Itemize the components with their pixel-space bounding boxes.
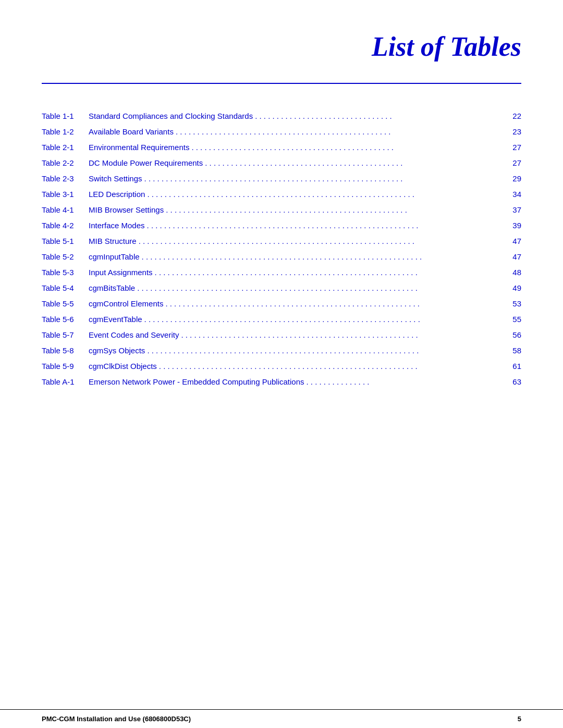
page-container: List of Tables Table 1-1Standard Complia…	[0, 0, 563, 728]
toc-entry-page: 55	[506, 313, 521, 326]
toc-entry-number: Table 5-9	[42, 360, 89, 373]
toc-entry: Table 5-2cgmInputTable . . . . . . . . .…	[42, 251, 521, 263]
toc-container: Table 1-1Standard Compliances and Clocki…	[0, 105, 563, 412]
toc-entry-dots: . . . . . . . . . . . . . . . . . . . . …	[142, 251, 504, 263]
toc-entry-dots: . . . . . . . . . . . . . . . . . . . . …	[147, 344, 504, 357]
toc-entry-number: Table 5-8	[42, 344, 89, 357]
toc-entry-number: Table 5-4	[42, 282, 89, 294]
toc-entry-dots: . . . . . . . . . . . . . . . . . . . . …	[255, 110, 504, 122]
toc-entry-title: Environmental Requirements	[89, 141, 189, 154]
toc-entry-title: cgmEventTable	[89, 313, 142, 326]
toc-entry-title: LED Description	[89, 188, 145, 201]
toc-entry: Table 5-5cgmControl Elements . . . . . .…	[42, 298, 521, 310]
toc-entry-number: Table 5-1	[42, 235, 89, 248]
toc-entry-title: Event Codes and Severity	[89, 329, 179, 341]
toc-entry-title: cgmBitsTable	[89, 282, 135, 294]
toc-entry-dots: . . . . . . . . . . . . . . . . . . . . …	[205, 157, 504, 169]
toc-entry-page: 34	[506, 188, 521, 201]
toc-entry: Table 2-2DC Module Power Requirements . …	[42, 157, 521, 169]
toc-entry-title: MIB Browser Settings	[89, 204, 164, 216]
toc-entry-title: Emerson Network Power - Embedded Computi…	[89, 376, 304, 388]
toc-entry-page: 53	[506, 298, 521, 310]
toc-entry-page: 27	[506, 157, 521, 169]
toc-entry-title: MIB Structure	[89, 235, 137, 248]
toc-entry-page: 29	[506, 172, 521, 185]
toc-entry: Table 5-6cgmEventTable . . . . . . . . .…	[42, 313, 521, 326]
toc-entry-title: Standard Compliances and Clocking Standa…	[89, 110, 253, 122]
toc-entry-title: Switch Settings	[89, 172, 142, 185]
footer-page-number: 5	[518, 715, 521, 723]
toc-entry-page: 39	[506, 219, 521, 232]
toc-entry-number: Table 4-1	[42, 204, 89, 216]
toc-entry-number: Table 1-2	[42, 126, 89, 138]
toc-entry: Table 2-3Switch Settings . . . . . . . .…	[42, 172, 521, 185]
page-title: List of Tables	[42, 31, 521, 62]
toc-entry-number: Table 5-5	[42, 298, 89, 310]
toc-entry-title: Input Assignments	[89, 266, 153, 279]
toc-entry: Table 4-2Interface Modes . . . . . . . .…	[42, 219, 521, 232]
title-divider	[42, 83, 521, 84]
toc-entry-number: Table 1-1	[42, 110, 89, 122]
toc-entry-number: Table 2-1	[42, 141, 89, 154]
toc-entry-dots: . . . . . . . . . . . . . . . . . . . . …	[165, 298, 504, 310]
toc-entry-title: Available Board Variants	[89, 126, 174, 138]
toc-entry-dots: . . . . . . . . . . . . . . .	[307, 376, 504, 388]
toc-entry-page: 49	[506, 282, 521, 294]
toc-entry-page: 47	[506, 251, 521, 263]
toc-entry-page: 23	[506, 126, 521, 138]
toc-entry-number: Table 5-7	[42, 329, 89, 341]
toc-entry: Table 5-1MIB Structure . . . . . . . . .…	[42, 235, 521, 248]
toc-entry-page: 47	[506, 235, 521, 248]
toc-entry-number: Table 5-6	[42, 313, 89, 326]
toc-entry-title: cgmControl Elements	[89, 298, 163, 310]
toc-entry-page: 22	[506, 110, 521, 122]
toc-entry-page: 27	[506, 141, 521, 154]
toc-entry-title: Interface Modes	[89, 219, 145, 232]
toc-entry-dots: . . . . . . . . . . . . . . . . . . . . …	[166, 204, 504, 216]
toc-entry-dots: . . . . . . . . . . . . . . . . . . . . …	[139, 235, 504, 248]
toc-entry-dots: . . . . . . . . . . . . . . . . . . . . …	[137, 282, 504, 294]
toc-entry-title: DC Module Power Requirements	[89, 157, 203, 169]
toc-entry: Table 5-4cgmBitsTable . . . . . . . . . …	[42, 282, 521, 294]
toc-entry-number: Table 5-2	[42, 251, 89, 263]
toc-entry-page: 56	[506, 329, 521, 341]
toc-entry: Table 5-8cgmSys Objects . . . . . . . . …	[42, 344, 521, 357]
toc-entry: Table 1-2Available Board Variants . . . …	[42, 126, 521, 138]
toc-entry-page: 48	[506, 266, 521, 279]
toc-entry-dots: . . . . . . . . . . . . . . . . . . . . …	[159, 360, 504, 373]
toc-entry-dots: . . . . . . . . . . . . . . . . . . . . …	[176, 126, 504, 138]
toc-entry: Table 5-7Event Codes and Severity . . . …	[42, 329, 521, 341]
toc-entry-number: Table 2-3	[42, 172, 89, 185]
toc-entry-number: Table A-1	[42, 376, 89, 388]
toc-entry-number: Table 3-1	[42, 188, 89, 201]
toc-entry-page: 58	[506, 344, 521, 357]
toc-entry-number: Table 2-2	[42, 157, 89, 169]
toc-entry: Table 5-3Input Assignments . . . . . . .…	[42, 266, 521, 279]
footer-left-text: PMC-CGM Installation and Use (6806800D53…	[42, 715, 191, 723]
toc-entry-dots: . . . . . . . . . . . . . . . . . . . . …	[191, 141, 504, 154]
toc-entry-dots: . . . . . . . . . . . . . . . . . . . . …	[147, 219, 504, 232]
toc-entry-page: 63	[506, 376, 521, 388]
toc-entry-number: Table 5-3	[42, 266, 89, 279]
toc-entry: Table 2-1Environmental Requirements . . …	[42, 141, 521, 154]
toc-entry: Table 5-9cgmClkDist Objects . . . . . . …	[42, 360, 521, 373]
toc-entry: Table 1-1Standard Compliances and Clocki…	[42, 110, 521, 122]
toc-entry-dots: . . . . . . . . . . . . . . . . . . . . …	[144, 313, 504, 326]
toc-entry-title: cgmClkDist Objects	[89, 360, 157, 373]
toc-entry-dots: . . . . . . . . . . . . . . . . . . . . …	[155, 266, 504, 279]
toc-entry-dots: . . . . . . . . . . . . . . . . . . . . …	[181, 329, 504, 341]
title-area: List of Tables	[0, 0, 563, 72]
toc-entry-page: 61	[506, 360, 521, 373]
toc-entry-dots: . . . . . . . . . . . . . . . . . . . . …	[144, 172, 504, 185]
toc-entry-dots: . . . . . . . . . . . . . . . . . . . . …	[147, 188, 504, 201]
toc-entry-number: Table 4-2	[42, 219, 89, 232]
toc-entry: Table A-1Emerson Network Power - Embedde…	[42, 376, 521, 388]
toc-entry: Table 3-1LED Description . . . . . . . .…	[42, 188, 521, 201]
toc-entry-title: cgmSys Objects	[89, 344, 145, 357]
toc-entry: Table 4-1MIB Browser Settings . . . . . …	[42, 204, 521, 216]
footer: PMC-CGM Installation and Use (6806800D53…	[0, 709, 563, 728]
toc-entry-page: 37	[506, 204, 521, 216]
toc-entry-title: cgmInputTable	[89, 251, 140, 263]
